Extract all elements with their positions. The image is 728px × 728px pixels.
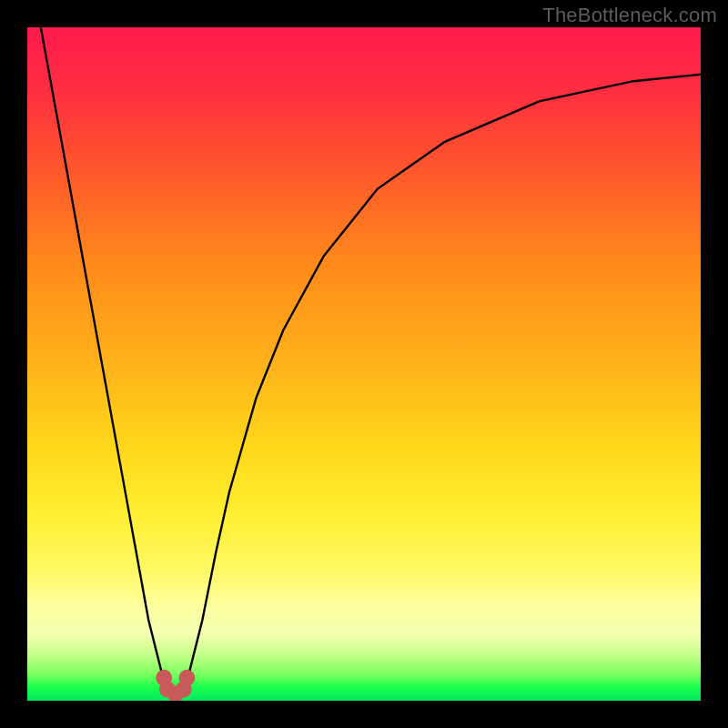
chart-frame: TheBottleneck.com xyxy=(0,0,728,728)
curve-svg xyxy=(27,27,701,701)
bottleneck-curve-path xyxy=(41,27,701,694)
plot-area xyxy=(27,27,701,701)
dip-markers-group xyxy=(156,670,195,701)
dip-marker-right-2 xyxy=(178,670,195,686)
watermark-text: TheBottleneck.com xyxy=(542,4,717,27)
